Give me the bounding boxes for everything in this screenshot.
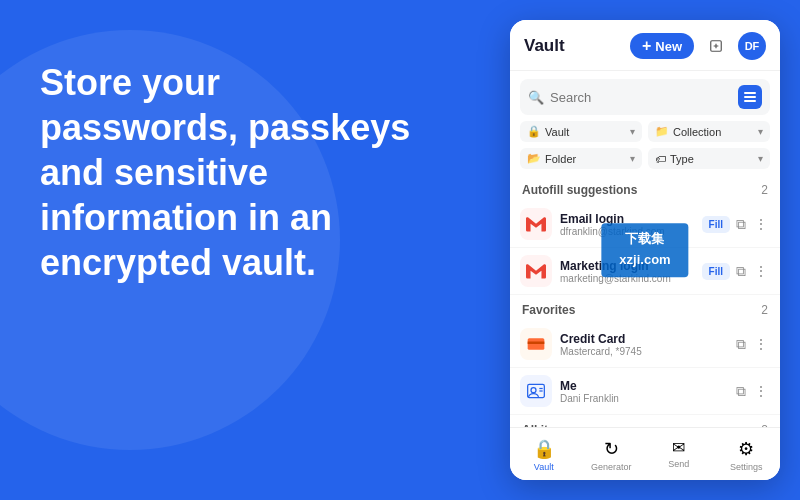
- more-button[interactable]: ⋮: [752, 261, 770, 281]
- item-actions: ⧉ ⋮: [734, 334, 770, 355]
- marketing-login-info: Marketing login marketing@starkind.com: [560, 259, 694, 284]
- search-bar: 🔍: [520, 79, 770, 115]
- type-filter[interactable]: 🏷 Type ▾: [648, 148, 770, 169]
- send-nav-icon: ✉: [672, 438, 685, 457]
- gmail-icon: [520, 255, 552, 287]
- hero-heading: Store your passwords, passkeys and sensi…: [40, 60, 420, 285]
- header-actions: + New DF: [630, 32, 766, 60]
- collection-filter-label: Collection: [673, 126, 721, 138]
- chevron-down-icon: ▾: [630, 126, 635, 137]
- app-panel: Vault + New DF 🔍 🔒 Vault ▾ 📁 Collecti: [510, 20, 780, 480]
- item-sub: Dani Franklin: [560, 393, 726, 404]
- svg-rect-3: [744, 100, 756, 102]
- vault-icon: 🔒: [527, 125, 541, 138]
- nav-vault[interactable]: 🔒 Vault: [510, 434, 578, 476]
- svg-point-7: [531, 388, 536, 393]
- nav-send-label: Send: [668, 459, 689, 469]
- folder-filter-label: Folder: [545, 153, 576, 165]
- identity-info: Me Dani Franklin: [560, 379, 726, 404]
- copy-button[interactable]: ⧉: [734, 261, 748, 282]
- generator-nav-icon: ↻: [604, 438, 619, 460]
- panel-header: Vault + New DF: [510, 20, 780, 71]
- avatar[interactable]: DF: [738, 32, 766, 60]
- favorites-section-count: 2: [761, 303, 768, 317]
- search-input[interactable]: [550, 90, 732, 105]
- item-sub: Mastercard, *9745: [560, 346, 726, 357]
- filter-row-1: 🔒 Vault ▾ 📁 Collection ▾: [510, 121, 780, 148]
- list-item[interactable]: Marketing login marketing@starkind.com F…: [510, 248, 780, 295]
- fill-button[interactable]: Fill: [702, 263, 730, 280]
- nav-settings[interactable]: ⚙ Settings: [713, 434, 781, 476]
- folder-icon: 📂: [527, 152, 541, 165]
- list-item[interactable]: Email login dfranklin@starkind.com Fill …: [510, 201, 780, 248]
- gmail-icon: [520, 208, 552, 240]
- nav-send[interactable]: ✉ Send: [645, 434, 713, 476]
- new-button-label: New: [655, 39, 682, 54]
- item-actions: Fill ⧉ ⋮: [702, 261, 770, 282]
- chevron-down-icon: ▾: [630, 153, 635, 164]
- identity-icon: [520, 375, 552, 407]
- chevron-down-icon: ▾: [758, 126, 763, 137]
- all-items-section-header: All items 8: [510, 415, 780, 427]
- autofill-section-title: Autofill suggestions: [522, 183, 637, 197]
- more-button[interactable]: ⋮: [752, 381, 770, 401]
- fill-button[interactable]: Fill: [702, 216, 730, 233]
- vault-nav-icon: 🔒: [533, 438, 555, 460]
- item-name: Credit Card: [560, 332, 726, 346]
- vault-filter-label: Vault: [545, 126, 569, 138]
- favorites-section-header: Favorites 2: [510, 295, 780, 321]
- nav-vault-label: Vault: [534, 462, 554, 472]
- panel-title: Vault: [524, 36, 565, 56]
- hero-section: Store your passwords, passkeys and sensi…: [40, 60, 420, 285]
- list-item[interactable]: Me Dani Franklin ⧉ ⋮: [510, 368, 780, 415]
- credit-card-icon: [520, 328, 552, 360]
- item-name: Me: [560, 379, 726, 393]
- item-sub: marketing@starkind.com: [560, 273, 694, 284]
- copy-button[interactable]: ⧉: [734, 381, 748, 402]
- svg-rect-5: [528, 342, 545, 345]
- favorites-section-title: Favorites: [522, 303, 575, 317]
- export-button[interactable]: [702, 32, 730, 60]
- item-name: Marketing login: [560, 259, 694, 273]
- plus-icon: +: [642, 38, 651, 54]
- settings-nav-icon: ⚙: [738, 438, 754, 460]
- item-name: Email login: [560, 212, 694, 226]
- copy-button[interactable]: ⧉: [734, 334, 748, 355]
- item-actions: Fill ⧉ ⋮: [702, 214, 770, 235]
- autofill-section-count: 2: [761, 183, 768, 197]
- autofill-section-header: Autofill suggestions 2: [510, 175, 780, 201]
- nav-generator[interactable]: ↻ Generator: [578, 434, 646, 476]
- bottom-nav: 🔒 Vault ↻ Generator ✉ Send ⚙ Settings: [510, 427, 780, 480]
- svg-rect-2: [744, 96, 756, 98]
- menu-button[interactable]: [738, 85, 762, 109]
- svg-rect-1: [744, 92, 756, 94]
- list-item[interactable]: Credit Card Mastercard, *9745 ⧉ ⋮: [510, 321, 780, 368]
- copy-button[interactable]: ⧉: [734, 214, 748, 235]
- item-sub: dfranklin@starkind.com: [560, 226, 694, 237]
- credit-card-info: Credit Card Mastercard, *9745: [560, 332, 726, 357]
- collection-icon: 📁: [655, 125, 669, 138]
- type-icon: 🏷: [655, 153, 666, 165]
- vault-filter[interactable]: 🔒 Vault ▾: [520, 121, 642, 142]
- more-button[interactable]: ⋮: [752, 214, 770, 234]
- filter-row-2: 📂 Folder ▾ 🏷 Type ▾: [510, 148, 780, 175]
- search-icon: 🔍: [528, 90, 544, 105]
- item-actions: ⧉ ⋮: [734, 381, 770, 402]
- type-filter-label: Type: [670, 153, 694, 165]
- new-button[interactable]: + New: [630, 33, 694, 59]
- nav-settings-label: Settings: [730, 462, 763, 472]
- chevron-down-icon: ▾: [758, 153, 763, 164]
- panel-scroll[interactable]: Autofill suggestions 2 Email login dfran…: [510, 175, 780, 427]
- nav-generator-label: Generator: [591, 462, 632, 472]
- collection-filter[interactable]: 📁 Collection ▾: [648, 121, 770, 142]
- folder-filter[interactable]: 📂 Folder ▾: [520, 148, 642, 169]
- more-button[interactable]: ⋮: [752, 334, 770, 354]
- email-login-info: Email login dfranklin@starkind.com: [560, 212, 694, 237]
